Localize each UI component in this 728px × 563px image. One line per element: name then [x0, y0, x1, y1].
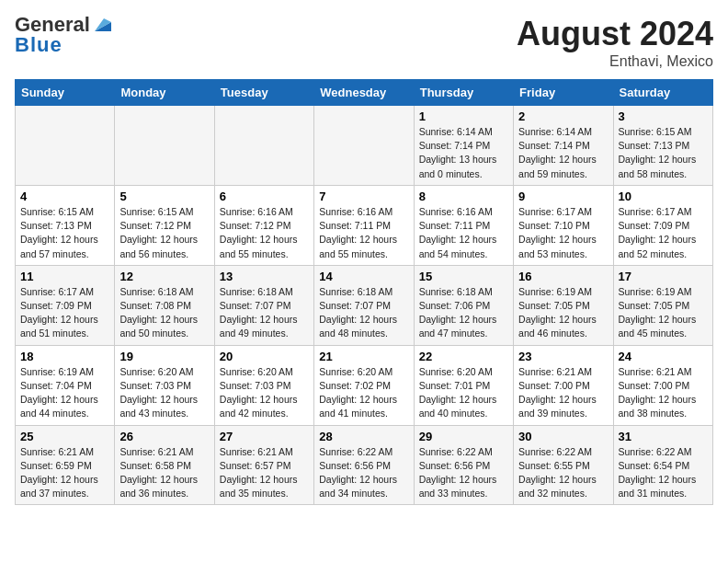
weekday-header-tuesday: Tuesday	[214, 80, 313, 106]
calendar-week-row: 25Sunrise: 6:21 AMSunset: 6:59 PMDayligh…	[16, 425, 713, 505]
day-number: 12	[119, 270, 209, 283]
weekday-header-saturday: Saturday	[613, 80, 712, 106]
calendar-week-row: 1Sunrise: 6:14 AMSunset: 7:14 PMDaylight…	[16, 106, 713, 186]
day-info: Sunrise: 6:20 AMSunset: 7:02 PMDaylight:…	[319, 365, 408, 421]
calendar-cell: 16Sunrise: 6:19 AMSunset: 7:05 PMDayligh…	[514, 265, 613, 345]
day-info: Sunrise: 6:18 AMSunset: 7:07 PMDaylight:…	[220, 285, 309, 341]
day-info: Sunrise: 6:19 AMSunset: 7:05 PMDaylight:…	[518, 285, 608, 341]
calendar-cell	[115, 106, 214, 186]
day-info: Sunrise: 6:16 AMSunset: 7:11 PMDaylight:…	[419, 205, 508, 261]
day-number: 29	[419, 430, 508, 443]
day-info: Sunrise: 6:17 AMSunset: 7:09 PMDaylight:…	[619, 205, 708, 261]
calendar-cell	[214, 106, 313, 186]
day-number: 6	[220, 190, 309, 203]
calendar-cell: 31Sunrise: 6:22 AMSunset: 6:54 PMDayligh…	[613, 425, 712, 505]
calendar-cell: 6Sunrise: 6:16 AMSunset: 7:12 PMDaylight…	[214, 185, 313, 265]
day-info: Sunrise: 6:22 AMSunset: 6:56 PMDaylight:…	[419, 445, 508, 501]
day-number: 1	[419, 109, 508, 123]
calendar-cell: 26Sunrise: 6:21 AMSunset: 6:58 PMDayligh…	[115, 425, 214, 505]
page-header: General Blue August 2024 Enthavi, Mexico	[15, 15, 713, 70]
calendar-cell: 3Sunrise: 6:15 AMSunset: 7:13 PMDaylight…	[613, 106, 712, 186]
day-number: 25	[20, 430, 109, 443]
day-info: Sunrise: 6:16 AMSunset: 7:12 PMDaylight:…	[220, 205, 309, 261]
day-number: 3	[619, 109, 708, 123]
day-number: 21	[319, 350, 408, 363]
day-info: Sunrise: 6:18 AMSunset: 7:06 PMDaylight:…	[419, 285, 508, 341]
day-number: 4	[20, 190, 109, 203]
weekday-header-monday: Monday	[115, 80, 214, 106]
calendar-cell: 1Sunrise: 6:14 AMSunset: 7:14 PMDaylight…	[414, 106, 513, 186]
weekday-header-sunday: Sunday	[16, 80, 115, 106]
day-number: 26	[119, 430, 209, 443]
calendar-cell: 11Sunrise: 6:17 AMSunset: 7:09 PMDayligh…	[16, 265, 115, 345]
day-number: 23	[518, 350, 608, 363]
calendar-week-row: 4Sunrise: 6:15 AMSunset: 7:13 PMDaylight…	[16, 185, 713, 265]
calendar-week-row: 18Sunrise: 6:19 AMSunset: 7:04 PMDayligh…	[16, 345, 713, 425]
calendar-cell: 22Sunrise: 6:20 AMSunset: 7:01 PMDayligh…	[414, 345, 513, 425]
day-number: 27	[220, 430, 309, 443]
day-info: Sunrise: 6:22 AMSunset: 6:55 PMDaylight:…	[518, 445, 608, 501]
day-info: Sunrise: 6:17 AMSunset: 7:10 PMDaylight:…	[518, 205, 608, 261]
day-info: Sunrise: 6:14 AMSunset: 7:14 PMDaylight:…	[518, 125, 608, 181]
weekday-header-wednesday: Wednesday	[314, 80, 414, 106]
calendar-cell: 30Sunrise: 6:22 AMSunset: 6:55 PMDayligh…	[514, 425, 613, 505]
title-block: August 2024 Enthavi, Mexico	[517, 15, 713, 70]
weekday-header-row: SundayMondayTuesdayWednesdayThursdayFrid…	[16, 80, 713, 106]
day-info: Sunrise: 6:21 AMSunset: 6:59 PMDaylight:…	[20, 445, 109, 501]
day-info: Sunrise: 6:20 AMSunset: 7:01 PMDaylight:…	[419, 365, 508, 421]
calendar-cell: 17Sunrise: 6:19 AMSunset: 7:05 PMDayligh…	[613, 265, 712, 345]
day-number: 24	[619, 350, 708, 363]
calendar-cell: 18Sunrise: 6:19 AMSunset: 7:04 PMDayligh…	[16, 345, 115, 425]
day-number: 7	[319, 190, 408, 203]
day-number: 13	[220, 270, 309, 283]
calendar-cell: 7Sunrise: 6:16 AMSunset: 7:11 PMDaylight…	[314, 185, 414, 265]
day-info: Sunrise: 6:16 AMSunset: 7:11 PMDaylight:…	[319, 205, 408, 261]
calendar-week-row: 11Sunrise: 6:17 AMSunset: 7:09 PMDayligh…	[16, 265, 713, 345]
calendar-cell	[314, 106, 414, 186]
calendar-cell: 10Sunrise: 6:17 AMSunset: 7:09 PMDayligh…	[613, 185, 712, 265]
day-info: Sunrise: 6:21 AMSunset: 7:00 PMDaylight:…	[619, 365, 708, 421]
location: Enthavi, Mexico	[517, 53, 713, 70]
calendar-cell: 12Sunrise: 6:18 AMSunset: 7:08 PMDayligh…	[115, 265, 214, 345]
calendar-cell: 29Sunrise: 6:22 AMSunset: 6:56 PMDayligh…	[414, 425, 513, 505]
day-number: 11	[20, 270, 109, 283]
day-info: Sunrise: 6:18 AMSunset: 7:07 PMDaylight:…	[319, 285, 408, 341]
logo: General Blue	[15, 15, 111, 55]
calendar-cell: 8Sunrise: 6:16 AMSunset: 7:11 PMDaylight…	[414, 185, 513, 265]
day-info: Sunrise: 6:14 AMSunset: 7:14 PMDaylight:…	[419, 125, 508, 181]
calendar-cell: 4Sunrise: 6:15 AMSunset: 7:13 PMDaylight…	[16, 185, 115, 265]
calendar-cell: 15Sunrise: 6:18 AMSunset: 7:06 PMDayligh…	[414, 265, 513, 345]
day-info: Sunrise: 6:22 AMSunset: 6:54 PMDaylight:…	[619, 445, 708, 501]
day-info: Sunrise: 6:15 AMSunset: 7:12 PMDaylight:…	[119, 205, 209, 261]
day-number: 2	[518, 109, 608, 123]
day-number: 9	[518, 190, 608, 203]
day-number: 31	[619, 430, 708, 443]
day-info: Sunrise: 6:22 AMSunset: 6:56 PMDaylight:…	[319, 445, 408, 501]
day-info: Sunrise: 6:21 AMSunset: 6:57 PMDaylight:…	[220, 445, 309, 501]
calendar-cell: 20Sunrise: 6:20 AMSunset: 7:03 PMDayligh…	[214, 345, 313, 425]
day-info: Sunrise: 6:15 AMSunset: 7:13 PMDaylight:…	[20, 205, 109, 261]
logo-blue: Blue	[15, 35, 111, 55]
calendar-cell: 14Sunrise: 6:18 AMSunset: 7:07 PMDayligh…	[314, 265, 414, 345]
day-info: Sunrise: 6:15 AMSunset: 7:13 PMDaylight:…	[619, 125, 708, 181]
calendar-cell: 13Sunrise: 6:18 AMSunset: 7:07 PMDayligh…	[214, 265, 313, 345]
day-info: Sunrise: 6:20 AMSunset: 7:03 PMDaylight:…	[119, 365, 209, 421]
day-number: 18	[20, 350, 109, 363]
calendar-cell: 5Sunrise: 6:15 AMSunset: 7:12 PMDaylight…	[115, 185, 214, 265]
day-number: 14	[319, 270, 408, 283]
day-number: 16	[518, 270, 608, 283]
day-number: 28	[319, 430, 408, 443]
day-number: 20	[220, 350, 309, 363]
weekday-header-friday: Friday	[514, 80, 613, 106]
logo-general: General	[15, 15, 90, 35]
day-number: 15	[419, 270, 508, 283]
day-number: 17	[619, 270, 708, 283]
day-info: Sunrise: 6:21 AMSunset: 6:58 PMDaylight:…	[119, 445, 209, 501]
day-info: Sunrise: 6:19 AMSunset: 7:04 PMDaylight:…	[20, 365, 109, 421]
calendar-cell: 19Sunrise: 6:20 AMSunset: 7:03 PMDayligh…	[115, 345, 214, 425]
calendar-cell: 23Sunrise: 6:21 AMSunset: 7:00 PMDayligh…	[514, 345, 613, 425]
logo-icon	[91, 15, 111, 35]
day-number: 8	[419, 190, 508, 203]
day-info: Sunrise: 6:17 AMSunset: 7:09 PMDaylight:…	[20, 285, 109, 341]
day-number: 22	[419, 350, 508, 363]
